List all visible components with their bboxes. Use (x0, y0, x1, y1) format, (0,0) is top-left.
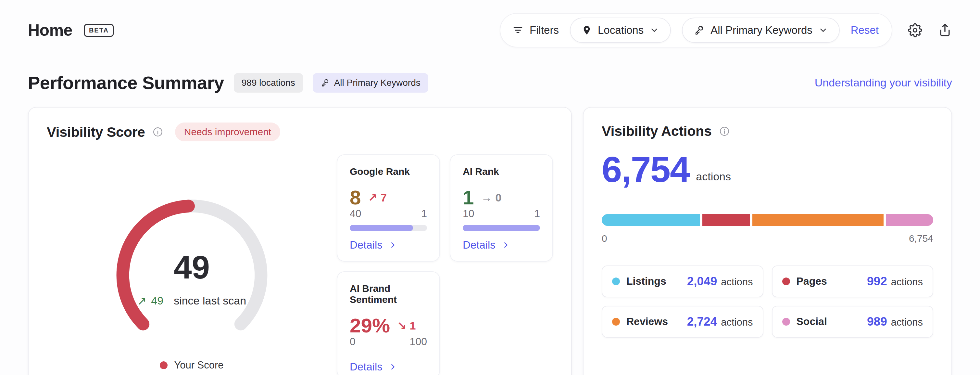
actions-stacked-bar (602, 214, 933, 226)
reset-button[interactable]: Reset (851, 24, 879, 37)
chevron-right-icon (501, 241, 511, 250)
legend-item-reviews: Reviews 2,724actions (602, 306, 764, 338)
chevron-right-icon (388, 362, 398, 372)
settings-button[interactable] (908, 23, 922, 37)
trend-flat-icon: → (481, 191, 492, 204)
metric-card-ai-rank: AI Rank 1 →0 101 (450, 154, 553, 262)
legend-item-social: Social 989actions (772, 306, 934, 338)
visibility-score-title: Visibility Score (47, 124, 145, 140)
chevron-right-icon (388, 241, 398, 250)
social-dot (782, 318, 790, 326)
dashboard-page: Home BETA Filters Locations (0, 0, 980, 375)
metric-progress-bar (463, 225, 540, 231)
listings-dot (612, 278, 620, 285)
metric-value: 8 (350, 187, 361, 207)
filters-button[interactable]: Filters (512, 24, 559, 37)
bar-segment-social (886, 214, 933, 226)
understanding-visibility-link[interactable]: Understanding your visibility (815, 77, 952, 89)
legend-item-pages: Pages 992actions (772, 265, 934, 297)
chevron-down-icon (649, 26, 659, 35)
locations-count-badge: 989 locations (234, 73, 303, 93)
score-delta: ↗ 49 since last scan (137, 294, 246, 307)
summary-title: Performance Summary (28, 72, 224, 93)
metric-card-ai-brand-sentiment: AI Brand Sentiment 29% ↘1 0100 (337, 271, 440, 375)
keywords-badge-label: All Primary Keywords (334, 78, 420, 88)
page-title: Home (28, 21, 72, 40)
your-score-dot (160, 361, 167, 369)
bar-segment-reviews (752, 214, 883, 226)
keywords-label: All Primary Keywords (711, 24, 813, 37)
bar-range: 06,754 (602, 233, 933, 244)
metrics-grid: Google Rank 8 ↗7 401 (337, 154, 553, 375)
key-icon (320, 78, 329, 88)
gear-icon (908, 23, 922, 37)
details-link[interactable]: Details (350, 361, 427, 373)
score-value: 49 (174, 251, 210, 283)
metric-card-google-rank: Google Rank 8 ↗7 401 (337, 154, 440, 262)
bar-segment-pages (702, 214, 750, 226)
locations-dropdown[interactable]: Locations (570, 18, 671, 43)
bar-segment-listings (602, 214, 700, 226)
share-upload-icon (938, 23, 952, 37)
metric-trend: →0 (481, 191, 501, 204)
reviews-dot (612, 318, 620, 326)
details-link[interactable]: Details (463, 239, 540, 251)
info-icon[interactable] (719, 126, 730, 137)
top-bar: Home BETA Filters Locations (28, 13, 952, 48)
info-icon[interactable] (152, 126, 163, 137)
filters-label: Filters (530, 24, 559, 37)
filter-lines-icon (512, 24, 524, 36)
visibility-actions-card: Visibility Actions 6,754 actions 06,754 (583, 107, 952, 375)
actions-legend: Listings 2,049actions Pages 992actions R… (602, 265, 933, 338)
filter-bar: Filters Locations All Prim (500, 13, 892, 48)
locations-label: Locations (598, 24, 644, 37)
keywords-dropdown[interactable]: All Primary Keywords (682, 18, 840, 43)
score-gauge: 49 ↗ 49 since last scan Your Score (47, 154, 337, 375)
trend-up-icon: ↗ (368, 191, 377, 204)
pages-dot (782, 278, 790, 285)
key-icon (694, 25, 705, 36)
summary-row: Performance Summary 989 locations All Pr… (28, 72, 952, 93)
metric-trend: ↘1 (397, 319, 416, 332)
beta-badge: BETA (84, 24, 114, 37)
status-badge: Needs improvement (175, 123, 280, 141)
chevron-down-icon (818, 26, 828, 35)
visibility-score-card: Visibility Score Needs improvement 49 (28, 107, 572, 375)
keywords-badge: All Primary Keywords (313, 73, 428, 93)
location-pin-icon (582, 25, 592, 35)
trend-up-icon: ↗ (137, 294, 147, 307)
legend-item-listings: Listings 2,049actions (602, 265, 764, 297)
total-actions-value: 6,754 (602, 153, 689, 186)
total-actions-suffix: actions (696, 170, 731, 186)
metric-trend: ↗7 (368, 191, 387, 204)
export-button[interactable] (938, 23, 952, 37)
metric-value: 29% (350, 316, 390, 336)
gauge-legend: Your Score (160, 359, 223, 371)
visibility-actions-title: Visibility Actions (602, 123, 712, 139)
metric-value: 1 (463, 187, 474, 207)
your-score-label: Your Score (174, 359, 223, 371)
metric-progress-bar (350, 225, 427, 231)
details-link[interactable]: Details (350, 239, 427, 251)
trend-down-icon: ↘ (397, 319, 407, 332)
